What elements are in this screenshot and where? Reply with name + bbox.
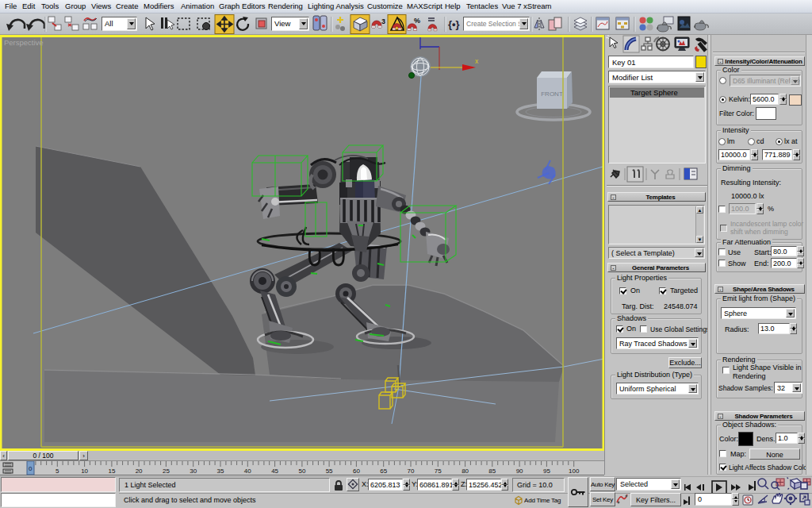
svg-text:5: 5 [56, 468, 59, 475]
svg-text:20: 20 [136, 468, 143, 475]
svg-text:0: 0 [29, 465, 33, 472]
svg-text:FRONT: FRONT [541, 90, 563, 98]
svg-text:30: 30 [190, 468, 197, 475]
svg-text:85: 85 [488, 468, 496, 475]
svg-text:{•}: {•} [448, 18, 460, 30]
svg-text:45: 45 [271, 468, 278, 475]
svg-text:70: 70 [408, 468, 415, 475]
svg-text:25: 25 [163, 468, 170, 475]
svg-text:90: 90 [516, 468, 523, 475]
svg-text:95: 95 [543, 468, 550, 475]
svg-text:100: 100 [569, 468, 580, 475]
svg-text:75: 75 [435, 468, 442, 475]
svg-text:Perspective: Perspective [4, 38, 44, 47]
svg-text:55: 55 [326, 468, 333, 475]
svg-text:x: x [475, 57, 479, 65]
svg-text:10: 10 [81, 468, 88, 475]
svg-text:%: % [414, 17, 420, 25]
svg-text:50: 50 [298, 468, 305, 475]
svg-text:40: 40 [244, 468, 251, 475]
svg-text:65: 65 [380, 468, 387, 475]
svg-text:3: 3 [381, 17, 385, 25]
svg-text:35: 35 [217, 468, 224, 475]
svg-text:60: 60 [353, 468, 360, 475]
svg-text:15: 15 [108, 468, 115, 475]
svg-text:80: 80 [462, 468, 469, 475]
